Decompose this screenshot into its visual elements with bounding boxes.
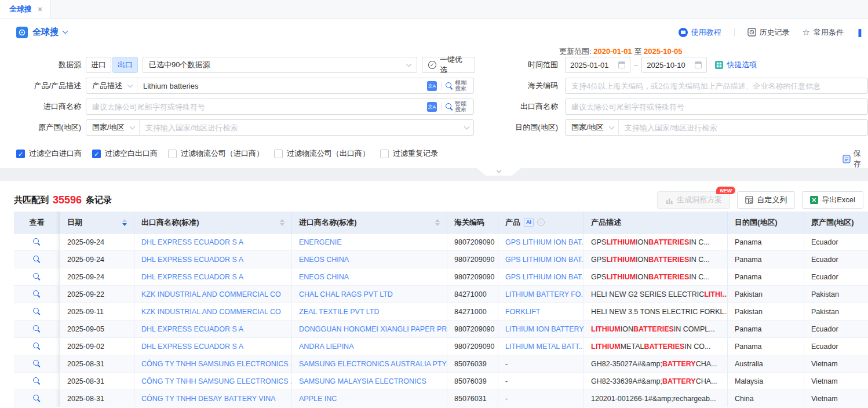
exporter-input[interactable] [565,99,868,115]
product-input[interactable] [137,78,427,93]
exporter-link[interactable]: CÔNG TY TNHH SAMSUNG ELECTRONICS ... [134,355,292,373]
view-record-icon[interactable] [33,308,41,315]
view-record-icon[interactable] [33,256,41,263]
view-cell [14,268,60,286]
exporter-link[interactable]: DHL EXPRESS ECUADOR S A [134,234,292,251]
view-record-icon[interactable] [33,360,41,367]
importer-link[interactable]: ENEOS CHINA [292,268,447,286]
date-from-input[interactable] [565,57,630,73]
importer-link[interactable]: DONGGUAN HONGMEI XIANGLI PAPER PR... [292,320,447,338]
fuzzy-search-button[interactable]: 模糊搜索 [446,80,469,92]
view-record-icon[interactable] [33,325,41,333]
importer-link[interactable]: ANDRA LIEPINA [292,338,447,355]
view-record-icon[interactable] [33,343,41,350]
view-record-icon[interactable] [33,290,41,298]
filter-label: 过滤空白进口商 [29,148,82,159]
tab-global-search[interactable]: 全球搜 × [0,0,51,19]
customize-columns-button[interactable]: 自定义列 [737,191,795,209]
header-date[interactable]: 日期 [60,212,134,234]
sort-icons[interactable] [122,219,127,226]
exporter-link[interactable]: DHL EXPRESS ECUADOR S A [134,338,292,355]
export-toggle-button[interactable]: 出口 [112,57,138,73]
filter-checkbox[interactable]: 过滤重复记录 [380,148,438,159]
view-record-icon[interactable] [33,377,41,385]
destination-cell: Pakistan [728,303,804,320]
time-range-label: 时间范围 [496,57,558,73]
header-importer[interactable]: 进口商名称(标准) [292,212,447,234]
filter-row: ✓过滤空白进口商✓过滤空白出口商过滤物流公司（进口商）过滤物流公司（出口商）过滤… [16,148,438,159]
importer-link[interactable]: ZEAL TEXTILE PVT LTD [292,303,447,320]
product-cell[interactable]: GPS LITHIUM ION BAT... [498,268,584,286]
exporter-link[interactable]: DHL EXPRESS ECUADOR S A [134,320,292,338]
sort-icons[interactable] [435,219,440,226]
product-type-select[interactable]: 产品描述 [86,78,137,93]
checkbox-icon[interactable] [380,150,389,158]
exporter-link[interactable]: CÔNG TY TNHH DESAY BATTERY VINA [134,390,292,407]
chevron-down-icon [608,123,614,129]
history-link[interactable]: 历史记录 [747,27,790,38]
translate-icon[interactable]: 文A [427,102,437,112]
importer-link[interactable]: APPLE INC [292,390,447,407]
hscode-input[interactable] [565,78,868,94]
favorites-link[interactable]: ☆ 常用条件 [803,27,844,38]
generate-insight-button[interactable]: 生成洞察方案 NEW [657,191,730,209]
tab-close-icon[interactable]: × [38,5,42,14]
date-to-input[interactable] [641,57,707,73]
datasource-select[interactable]: 已选中90个数据源 [143,57,417,73]
importer-input-group: 文A 智能搜索 [86,99,474,115]
destination-input[interactable] [619,120,867,135]
smart-search-button[interactable]: 智能搜索 [446,101,469,112]
app-title[interactable]: 全球搜 [16,27,67,38]
export-excel-button[interactable]: 导出Excel [802,191,863,209]
view-record-icon[interactable] [33,395,41,402]
info-icon[interactable]: i [537,218,545,226]
view-record-icon[interactable] [33,238,41,246]
collapse-panel-button[interactable] [477,168,521,176]
save-button[interactable]: 保存 [843,148,868,169]
importer-link[interactable]: CHAL CHAL RAGS PVT LTD [292,286,447,303]
sort-icons[interactable] [280,219,285,226]
filter-checkbox[interactable]: ✓过滤空白进口商 [16,148,82,159]
view-cell [14,390,60,407]
one-click-optimize-button[interactable]: ✓ 一键优选 [422,57,475,73]
import-toggle-button[interactable]: 进口 [86,57,111,73]
chevron-down-icon[interactable] [63,28,68,34]
product-desc-cell: HELI NEW G2 SERIES ELECTRIC LITHI... [584,286,728,303]
product-cell[interactable]: LITHIUM ION BATTERY [498,320,584,338]
checkbox-icon[interactable] [274,150,283,158]
origin-type-select[interactable]: 国家/地区 [86,120,140,135]
header-exporter[interactable]: 出口商名称(标准) [134,212,292,234]
product-cell[interactable]: LITHIUM BATTERY FO... [498,286,584,303]
product-cell[interactable]: LITHIUM METAL BATT... [498,338,584,355]
exporter-link[interactable]: KZK INDUSTRIAL AND COMMERCIAL CO [134,303,292,320]
view-record-icon[interactable] [33,273,41,280]
exporter-link[interactable]: CÔNG TY TNHH SAMSUNG ELECTRONICS ... [134,373,292,390]
exporter-link[interactable]: DHL EXPRESS ECUADOR S A [134,268,292,286]
origin-cell: Ecuador [804,234,868,251]
quick-options-link[interactable]: 快捷选项 [715,60,757,70]
filter-checkbox[interactable]: 过滤物流公司（进口商） [168,148,264,159]
tutorial-link[interactable]: 使用教程 [679,27,721,38]
importer-link[interactable]: ENERGENIE [292,234,447,251]
checkbox-icon[interactable] [168,150,177,158]
product-cell[interactable]: GPS LITHIUM ION BAT... [498,234,584,251]
filter-checkbox[interactable]: 过滤物流公司（出口商） [274,148,370,159]
importer-link[interactable]: ENEOS CHINA [292,251,447,268]
columns-gear-icon [745,196,753,204]
origin-cell: Ecuador [804,338,868,355]
product-cell[interactable]: FORKLIFT [498,303,584,320]
product-cell[interactable]: GPS LITHIUM ION BAT... [498,251,584,268]
translate-icon[interactable]: 文A [427,81,437,91]
filter-checkbox[interactable]: ✓过滤空白出口商 [92,148,158,159]
exporter-link[interactable]: KZK INDUSTRIAL AND COMMERCIAL CO [134,286,292,303]
origin-input[interactable] [140,120,465,135]
importer-input[interactable] [86,99,427,114]
hs-code-cell: 9807209090 [447,251,498,268]
destination-type-select[interactable]: 国家/地区 [566,120,619,135]
importer-link[interactable]: SAMSUNG ELECTRONICS AUSTRALIA PTY [292,355,447,373]
importer-link[interactable]: SAMSUNG MALAYSIA ELECTRONICS [292,373,447,390]
checkbox-icon[interactable]: ✓ [92,150,101,158]
exporter-link[interactable]: DHL EXPRESS ECUADOR S A [134,251,292,268]
checkbox-icon[interactable]: ✓ [16,150,25,158]
destination-cell: Pakistan [728,286,804,303]
